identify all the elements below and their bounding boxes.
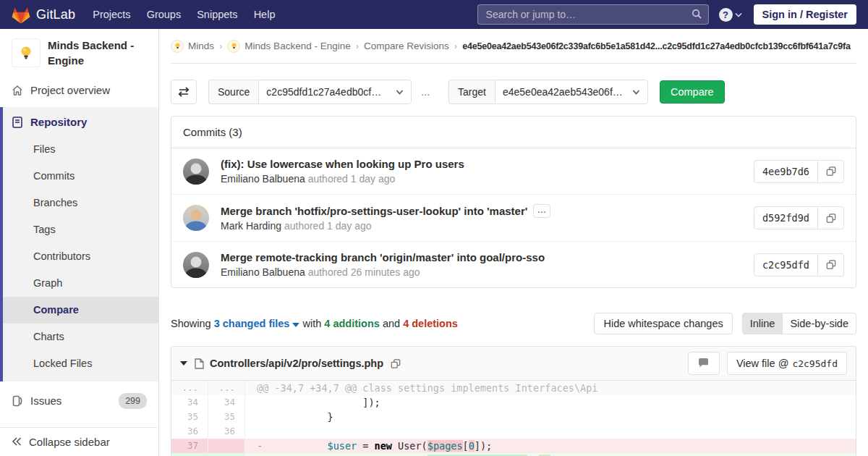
person-avatar-icon (183, 159, 209, 185)
commit-sha[interactable]: 4ee9b7d6 (754, 160, 818, 183)
document-icon (12, 117, 23, 128)
comment-icon (698, 358, 709, 368)
commit-row: (fix): Use lowercase when looking up Pro… (171, 148, 856, 194)
diff-line: 3434 ]); (171, 395, 856, 410)
diff-line-code: + $user = new User(strtolower($pages[0])… (245, 453, 856, 456)
hide-whitespace-button[interactable]: Hide whitespace changes (594, 313, 732, 334)
collapse-sidebar-button[interactable]: Collapse sidebar (0, 427, 158, 456)
diff-line: 3535 } (171, 410, 856, 424)
copy-icon (826, 166, 836, 177)
top-navbar: GitLab Projects Groups Snippets Help ? S… (0, 0, 868, 29)
old-line-number[interactable]: 35 (171, 410, 208, 424)
search-input[interactable] (477, 4, 709, 25)
commit-sha[interactable]: d592fd9d (754, 206, 818, 229)
swap-icon (177, 86, 190, 98)
copy-sha-button[interactable] (818, 253, 844, 276)
diff-line: 37- $user = new User($pages[0]); (171, 439, 856, 453)
commit-author-avatar[interactable] (183, 159, 209, 185)
project-title: Minds Backend - Engine (48, 38, 147, 68)
commit-author[interactable]: Emiliano Balbuena (221, 173, 305, 185)
sidebar-item-files[interactable]: Files (3, 136, 158, 163)
sidebar-item-commits[interactable]: Commits (3, 163, 158, 190)
sidebar-item-compare[interactable]: Compare (3, 297, 158, 324)
lightbulb-icon (17, 44, 35, 62)
commit-author[interactable]: Emiliano Balbuena (221, 266, 305, 278)
side-by-side-view-button[interactable]: Side-by-side (783, 313, 856, 334)
diff-line-code: @@ -34,7 +34,7 @@ class settings impleme… (245, 381, 856, 395)
help-menu[interactable]: ? (719, 8, 742, 22)
project-avatar (12, 38, 41, 67)
source-value: c2c95dfd1c27a4edb0cf… (266, 85, 381, 99)
additions-count: 4 additions (324, 318, 380, 329)
search-container (477, 4, 709, 25)
new-line-number[interactable]: 36 (208, 424, 245, 439)
nav-projects[interactable]: Projects (93, 9, 130, 20)
old-line-number[interactable]: 37 (171, 439, 208, 453)
target-dropdown[interactable]: e4e5e0ea42aeb543e06f… (495, 80, 648, 104)
toggle-comments-button[interactable] (688, 352, 720, 375)
commit-author-avatar[interactable] (183, 205, 209, 231)
project-context-header[interactable]: Minds Backend - Engine (0, 29, 158, 77)
brand-name: GitLab (36, 7, 75, 22)
group-avatar (171, 40, 184, 53)
sidebar-item-branches[interactable]: Branches (3, 190, 158, 216)
breadcrumb-project[interactable]: Minds Backend - Engine (244, 41, 350, 51)
new-line-number[interactable] (208, 439, 245, 453)
commit-author[interactable]: Mark Harding (221, 220, 281, 232)
old-line-number[interactable]: 34 (171, 395, 208, 410)
commit-title-link[interactable]: Merge branch 'hotfix/pro-settings-user-l… (221, 205, 527, 218)
sidebar-item-charts[interactable]: Charts (3, 324, 158, 350)
breadcrumb-group[interactable]: Minds (188, 41, 214, 51)
collapse-diff-caret[interactable] (180, 361, 187, 366)
sidebar-item-contributors[interactable]: Contributors (3, 243, 158, 270)
sidebar-item-issues[interactable]: Issues 299 (0, 386, 158, 416)
changed-files-dropdown[interactable]: 3 changed files (214, 318, 300, 329)
diff-file-path[interactable]: Controllers/api/v2/pro/settings.php (210, 358, 383, 369)
sidebar-item-project-overview[interactable]: Project overview (0, 77, 158, 104)
main-nav: Projects Groups Snippets Help (93, 9, 275, 20)
nav-snippets[interactable]: Snippets (197, 9, 237, 20)
commit-sha[interactable]: c2c95dfd (754, 253, 818, 276)
gitlab-logo[interactable]: GitLab (12, 6, 75, 24)
copy-sha-button[interactable] (818, 160, 844, 183)
target-label: Target (448, 80, 495, 104)
commit-row: Merge remote-tracking branch 'origin/mas… (171, 241, 856, 287)
new-line-number[interactable]: 37 (208, 453, 245, 456)
help-icon: ? (719, 8, 733, 22)
chevron-down-icon (735, 12, 742, 17)
inline-view-button[interactable]: Inline (742, 313, 783, 334)
commit-author-avatar[interactable] (183, 252, 209, 278)
source-dropdown[interactable]: c2c95dfd1c27a4edb0cf… (258, 80, 412, 104)
new-line-number[interactable]: 34 (208, 395, 245, 410)
nav-groups[interactable]: Groups (147, 9, 182, 20)
sign-in-button[interactable]: Sign in / Register (754, 4, 856, 25)
new-line-number[interactable]: ... (208, 381, 245, 395)
swap-revisions-button[interactable] (171, 80, 197, 104)
sidebar-item-tags[interactable]: Tags (3, 216, 158, 243)
diff-table: ......@@ -34,7 +34,7 @@ class settings i… (171, 381, 856, 456)
view-file-button[interactable]: View file @ c2c95dfd (727, 352, 847, 375)
copy-sha-button[interactable] (818, 206, 844, 229)
commit-title-link[interactable]: (fix): Use lowercase when looking up Pro… (221, 158, 464, 171)
sidebar-item-locked-files[interactable]: Locked Files (3, 350, 158, 377)
nav-help[interactable]: Help (254, 9, 276, 20)
compare-button[interactable]: Compare (660, 80, 725, 104)
repository-subnav: FilesCommitsBranchesTagsContributorsGrap… (3, 136, 158, 377)
new-line-number[interactable]: 35 (208, 410, 245, 424)
commit-description-expander[interactable]: ... (533, 204, 550, 218)
breadcrumb: Minds › Minds Backend - Engine › Compare… (171, 29, 856, 64)
target-value: e4e5e0ea42aeb543e06f… (503, 85, 623, 99)
sidebar-item-graph[interactable]: Graph (3, 270, 158, 297)
old-line-number[interactable] (171, 453, 208, 456)
old-line-number[interactable]: ... (171, 381, 208, 395)
view-file-label: View file @ (736, 358, 788, 369)
home-icon (12, 85, 23, 96)
commits-panel: Commits (3) (fix): Use lowercase when lo… (171, 116, 856, 288)
source-input-group: Source c2c95dfd1c27a4edb0cf… (208, 80, 412, 104)
sidebar-item-label: Project overview (30, 84, 110, 97)
sidebar-item-repository[interactable]: Repository (3, 109, 158, 136)
old-line-number[interactable]: 36 (171, 424, 208, 439)
commit-title-link[interactable]: Merge remote-tracking branch 'origin/mas… (221, 251, 545, 264)
breadcrumb-page[interactable]: Compare Revisions (364, 41, 449, 51)
copy-icon[interactable] (391, 358, 401, 369)
